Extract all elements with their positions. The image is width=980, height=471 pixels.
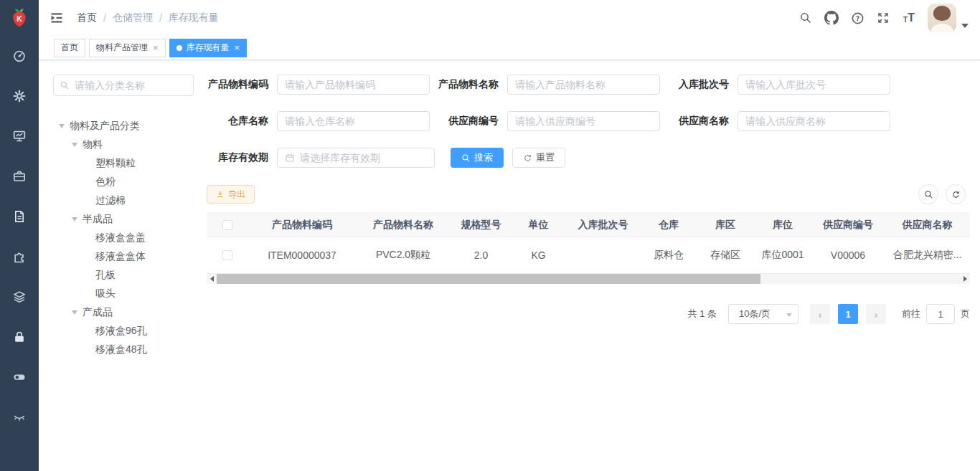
tree-node-产成品[interactable]: 产成品: [53, 303, 194, 322]
tab-label: 库存现有量: [187, 42, 230, 54]
tab-home[interactable]: 首页: [54, 39, 85, 57]
sidebar-item-document[interactable]: [0, 196, 39, 237]
scroll-right-arrow-icon[interactable]: [960, 274, 970, 284]
tree-node-物料[interactable]: 物料: [53, 135, 194, 154]
search-icon: [924, 190, 933, 199]
fullscreen-icon[interactable]: [875, 9, 892, 27]
category-tree: 物料及产品分类物料塑料颗粒色粉过滤棉半成品移液盒盒盖移液盒盒体孔板吸头产成品移液…: [53, 117, 194, 359]
table-cell: [207, 250, 248, 260]
svg-text:K: K: [17, 15, 22, 23]
tree-node-label: 过滤棉: [95, 194, 126, 207]
tree-node-物料及产品分类[interactable]: 物料及产品分类: [53, 117, 194, 135]
export-button[interactable]: 导出: [207, 185, 255, 204]
tree-expand-caret-icon[interactable]: [72, 310, 77, 315]
refresh-button[interactable]: [946, 184, 966, 204]
sidebar-item-layers[interactable]: [0, 277, 39, 317]
monitor-chart-icon: [12, 129, 27, 143]
tab-material-product[interactable]: 物料产品管理×: [89, 39, 166, 57]
next-page-button[interactable]: ›: [866, 304, 886, 324]
tree-node-孔板[interactable]: 孔板: [53, 266, 194, 285]
tree-node-移液盒96孔[interactable]: 移液盒96孔: [53, 322, 194, 341]
table-row[interactable]: ITEM00000037PVC2.0颗粒2.0KG原料仓存储区库位0001V00…: [207, 237, 970, 274]
app-root: K 首页/仓储管理/库存现有量 ?: [0, 0, 980, 471]
calendar-icon: [285, 153, 295, 163]
scrollbar-thumb[interactable]: [217, 274, 760, 284]
pagination-total: 共 1 条: [688, 308, 717, 320]
toolbar-right: [911, 184, 966, 204]
search-button-label: 搜索: [474, 151, 493, 164]
user-menu-caret-icon[interactable]: [961, 24, 969, 28]
row-checkbox[interactable]: [222, 250, 232, 260]
table-cell: V00006: [811, 249, 885, 261]
breadcrumb-item[interactable]: 首页: [77, 11, 97, 24]
category-search-input[interactable]: [75, 80, 187, 91]
header-checkbox[interactable]: [222, 220, 232, 230]
sidebar-item-toggle[interactable]: [0, 357, 39, 397]
tree-node-吸头[interactable]: 吸头: [53, 285, 194, 303]
avatar[interactable]: [928, 4, 956, 32]
tree-node-过滤棉[interactable]: 过滤棉: [53, 191, 194, 210]
tab-label: 物料产品管理: [96, 42, 148, 54]
close-icon[interactable]: ×: [235, 43, 240, 52]
tree-expand-caret-icon[interactable]: [72, 217, 77, 222]
filter-item-code-input[interactable]: [285, 79, 422, 90]
font-size-icon[interactable]: TT: [900, 9, 918, 27]
sidebar-item-puzzle[interactable]: [0, 237, 39, 277]
tree-node-半成品[interactable]: 半成品: [53, 210, 194, 229]
tab-inventory-on-hand[interactable]: 库存现有量×: [169, 39, 248, 57]
search-icon[interactable]: [797, 9, 814, 27]
document-icon: [12, 209, 27, 224]
sidebar-fold-toggle-icon[interactable]: [50, 11, 64, 25]
tree-node-label: 吸头: [95, 287, 116, 300]
tree-node-移液盒盒盖[interactable]: 移液盒盒盖: [53, 229, 194, 247]
sidebar-item-monitor-chart[interactable]: [0, 116, 39, 156]
github-icon[interactable]: [823, 9, 840, 27]
filter-form-row: 仓库名称供应商编号供应商名称: [207, 111, 966, 131]
tree-node-label: 物料及产品分类: [70, 120, 140, 133]
sidebar-item-gear[interactable]: [0, 76, 39, 116]
sidebar-item-eye-closed[interactable]: [0, 397, 39, 437]
tree-node-移液盒48孔[interactable]: 移液盒48孔: [53, 341, 194, 359]
goto-page-input[interactable]: [926, 304, 955, 324]
download-icon: [216, 190, 225, 199]
search-icon: [461, 153, 471, 163]
tree-node-色粉[interactable]: 色粉: [53, 173, 194, 191]
filter-item-name-input[interactable]: [515, 79, 652, 90]
table-cell: 合肥龙兴精密...: [885, 249, 970, 262]
prev-page-button[interactable]: ‹: [810, 304, 830, 324]
table-cell: 2.0: [451, 249, 512, 261]
close-icon[interactable]: ×: [153, 43, 159, 52]
filter-supplier-name-input[interactable]: [745, 115, 882, 127]
reset-button[interactable]: 重置: [512, 148, 565, 168]
scroll-left-arrow-icon[interactable]: [207, 274, 217, 284]
tree-expand-caret-icon[interactable]: [72, 143, 77, 147]
tree-expand-caret-icon[interactable]: [59, 124, 65, 128]
tree-node-塑料颗粒[interactable]: 塑料颗粒: [53, 154, 194, 173]
filter-inbound-batch-no-input[interactable]: [745, 79, 882, 90]
tree-node-移液盒盒体[interactable]: 移液盒盒体: [53, 247, 194, 266]
filter-warehouse-name-input[interactable]: [285, 115, 422, 127]
tree-node-label: 物料: [83, 138, 103, 151]
filter-label: 入库批次号: [667, 78, 738, 91]
filter-input-box: [507, 75, 660, 95]
page-size-value: 10条/页: [739, 308, 771, 320]
sidebar-item-lock[interactable]: [0, 317, 39, 357]
svg-text:?: ?: [855, 14, 859, 22]
sidebar-item-briefcase[interactable]: [0, 156, 39, 196]
sidebar: K: [0, 0, 39, 471]
filter-item-item-name: 产品物料名称: [437, 75, 660, 95]
page-size-select[interactable]: 10条/页: [728, 304, 798, 324]
hide-search-button[interactable]: [918, 184, 938, 204]
help-icon[interactable]: ?: [849, 9, 866, 27]
app-logo[interactable]: K: [0, 0, 39, 36]
filter-stock-expiry-input[interactable]: [300, 152, 427, 163]
puzzle-icon: [12, 249, 27, 264]
tree-node-label: 移液盒盒体: [95, 250, 146, 263]
sidebar-item-dashboard[interactable]: [0, 36, 39, 76]
horizontal-scrollbar[interactable]: [207, 274, 970, 284]
search-button[interactable]: 搜索: [451, 148, 504, 168]
filter-label: 供应商名称: [667, 115, 738, 128]
filter-supplier-code-input[interactable]: [515, 115, 652, 127]
tree-node-label: 移液盒48孔: [95, 343, 147, 356]
page-number-button[interactable]: 1: [838, 304, 858, 324]
